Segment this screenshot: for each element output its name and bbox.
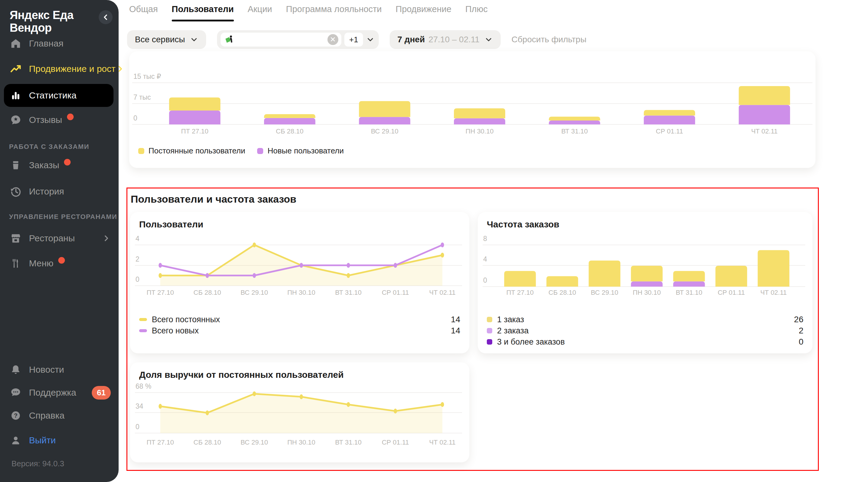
clear-filter-icon[interactable]: ✕ bbox=[328, 34, 338, 45]
chevron-right-icon bbox=[102, 234, 111, 243]
notification-dot bbox=[64, 159, 71, 165]
tab-polzovateli[interactable]: Пользователи bbox=[172, 4, 234, 22]
svg-text:ВТ 31.10: ВТ 31.10 bbox=[335, 439, 362, 446]
order-frequency-chart: 840ПТ 27.10СБ 28.10ВС 29.10ПН 30.10ВТ 31… bbox=[478, 212, 812, 303]
tab-plyus[interactable]: Плюс bbox=[465, 4, 488, 22]
reset-filters-link[interactable]: Сбросить фильтры bbox=[512, 35, 586, 44]
store-icon bbox=[10, 232, 22, 244]
section-title: Пользователи и частота заказов bbox=[131, 193, 297, 205]
svg-text:34: 34 bbox=[135, 402, 143, 410]
sidebar-item-menu[interactable]: Меню bbox=[0, 252, 119, 275]
legend-label: Постоянные пользователи bbox=[149, 146, 245, 155]
cutlery-icon bbox=[10, 257, 22, 269]
svg-text:СБ 28.10: СБ 28.10 bbox=[193, 439, 221, 446]
tab-obshchaya[interactable]: Общая bbox=[129, 4, 158, 22]
services-filter-label: Все сервисы bbox=[135, 35, 185, 44]
support-count-badge: 61 bbox=[92, 386, 111, 399]
svg-text:ЧТ 02.11: ЧТ 02.11 bbox=[429, 289, 456, 296]
trend-icon bbox=[10, 63, 22, 75]
svg-text:0: 0 bbox=[483, 276, 487, 284]
legend-value: 26 bbox=[794, 315, 803, 324]
tab-prodvizhenie[interactable]: Продвижение bbox=[396, 4, 452, 22]
tab-programma-loyalnosti[interactable]: Программа лояльности bbox=[286, 4, 382, 22]
svg-text:0: 0 bbox=[133, 114, 137, 122]
sidebar-section-label: РАБОТА С ЗАКАЗАМИ bbox=[9, 143, 113, 151]
legend-marker bbox=[487, 317, 492, 322]
sidebar-item-restaurants[interactable]: Рестораны bbox=[0, 227, 119, 250]
tab-akcii[interactable]: Акции bbox=[248, 4, 272, 22]
sidebar-item-label: Справка bbox=[29, 411, 65, 421]
sidebar-item-history[interactable]: История bbox=[0, 180, 119, 203]
sidebar-collapse-button[interactable] bbox=[99, 10, 113, 24]
chevron-down-icon bbox=[366, 35, 375, 44]
legend-label: 2 заказа bbox=[497, 326, 528, 335]
legend-label: 3 и более заказов bbox=[497, 337, 565, 347]
legend-label: Новые пользователи bbox=[268, 146, 344, 155]
svg-text:СР 01.11: СР 01.11 bbox=[656, 127, 683, 135]
sidebar-item-support[interactable]: Поддержка61 bbox=[0, 381, 119, 404]
svg-text:7 тыс: 7 тыс bbox=[133, 93, 151, 101]
period-label: 7 дней bbox=[398, 35, 425, 44]
sidebar-item-help[interactable]: ?Справка bbox=[0, 404, 119, 427]
revenue-share-card: Доля выручки от постоянных пользователей… bbox=[130, 362, 469, 462]
legend-marker bbox=[487, 328, 492, 333]
filters-bar: Все сервисы ✕ +1 7 дней 27.10 – 02.11 Сб… bbox=[127, 30, 586, 49]
svg-text:ВТ 31.10: ВТ 31.10 bbox=[561, 127, 588, 135]
reviews-icon bbox=[10, 114, 22, 126]
svg-text:15 тыс ₽: 15 тыс ₽ bbox=[133, 72, 161, 80]
sidebar-item-promotion[interactable]: Продвижение и рост bbox=[0, 57, 119, 80]
chevron-right-icon bbox=[116, 64, 125, 73]
sidebar-item-label: Отзывы bbox=[29, 115, 62, 125]
svg-text:ЧТ 02.11: ЧТ 02.11 bbox=[429, 439, 456, 446]
svg-text:ПТ 27.10: ПТ 27.10 bbox=[147, 289, 174, 296]
history-icon bbox=[10, 185, 22, 198]
chat-icon bbox=[10, 387, 22, 399]
legend-label: Всего постоянных bbox=[152, 315, 220, 324]
sidebar-section-label: УПРАВЛЕНИЕ РЕСТОРАНАМИ bbox=[9, 213, 113, 221]
notification-dot bbox=[58, 257, 65, 264]
restaurant-filter-input[interactable]: ✕ bbox=[221, 33, 341, 47]
restaurant-filter[interactable]: ✕ +1 bbox=[217, 30, 379, 49]
legend-row: 2 заказа2 bbox=[487, 325, 803, 336]
legend-entry: Новые пользователи bbox=[257, 146, 344, 155]
sidebar-item-news[interactable]: Новости bbox=[0, 358, 119, 381]
svg-text:ПТ 27.10: ПТ 27.10 bbox=[506, 289, 534, 296]
services-filter-dropdown[interactable]: Все сервисы bbox=[127, 30, 206, 49]
revenue-share-chart: 68 %340ПТ 27.10СБ 28.10ВС 29.10ПН 30.10В… bbox=[130, 362, 469, 453]
sidebar-item-statistics[interactable]: Статистика bbox=[4, 84, 114, 107]
period-filter-dropdown[interactable]: 7 дней 27.10 – 02.11 bbox=[390, 30, 501, 49]
svg-text:?: ? bbox=[14, 412, 18, 419]
legend-value: 0 bbox=[799, 337, 803, 347]
svg-text:4: 4 bbox=[483, 255, 487, 263]
svg-text:ВС 29.10: ВС 29.10 bbox=[591, 289, 618, 296]
home-icon bbox=[10, 37, 22, 50]
svg-text:ПТ 27.10: ПТ 27.10 bbox=[181, 127, 208, 135]
svg-text:0: 0 bbox=[135, 275, 140, 283]
sidebar-item-reviews[interactable]: Отзывы bbox=[0, 109, 119, 131]
legend-label: 1 заказ bbox=[497, 315, 524, 324]
svg-text:2: 2 bbox=[135, 255, 140, 263]
legend-marker bbox=[139, 329, 147, 332]
sidebar-item-label: Новости bbox=[29, 364, 64, 375]
sidebar-item-label: Меню bbox=[29, 258, 54, 269]
legend-marker bbox=[138, 148, 144, 154]
svg-text:ЧТ 02.11: ЧТ 02.11 bbox=[751, 127, 778, 135]
svg-text:ПТ 27.10: ПТ 27.10 bbox=[147, 439, 174, 446]
svg-text:ПН 30.10: ПН 30.10 bbox=[287, 439, 315, 446]
extra-selected-count: +1 bbox=[344, 33, 363, 47]
users-revenue-legend: Постоянные пользователиНовые пользовател… bbox=[138, 146, 344, 155]
chevron-down-icon bbox=[485, 35, 493, 44]
sidebar-item-logout[interactable]: Выйти bbox=[0, 429, 119, 452]
svg-text:ВТ 31.10: ВТ 31.10 bbox=[335, 289, 362, 296]
question-icon: ? bbox=[10, 410, 22, 422]
chevron-down-icon bbox=[190, 35, 198, 44]
sidebar-item-orders[interactable]: Заказы bbox=[0, 154, 119, 177]
sidebar-item-label: Главная bbox=[29, 38, 63, 49]
sidebar-item-label: Продвижение и рост bbox=[29, 64, 116, 74]
sidebar-item-home[interactable]: Главная bbox=[0, 32, 119, 55]
users-revenue-chart-card: 15 тыс ₽7 тыс0ПТ 27.10СБ 28.10ВС 29.10ПН… bbox=[129, 51, 815, 168]
svg-text:СР 01.11: СР 01.11 bbox=[382, 289, 409, 296]
sidebar-item-label: История bbox=[29, 186, 64, 197]
sidebar-item-label: Заказы bbox=[29, 160, 59, 170]
legend-label: Всего новых bbox=[152, 326, 198, 335]
